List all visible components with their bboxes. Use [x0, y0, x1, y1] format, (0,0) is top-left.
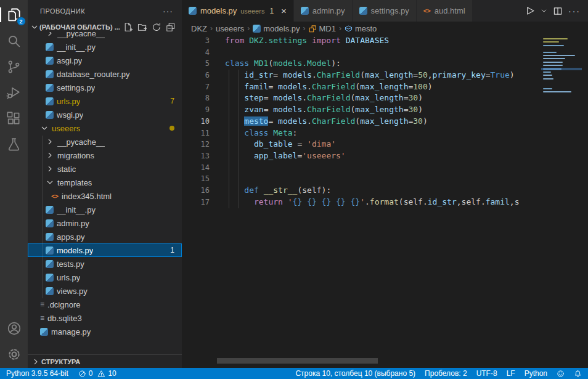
problems-badge: 1 — [170, 246, 174, 255]
split-editor-icon[interactable] — [553, 6, 563, 16]
tree-item-apps-py[interactable]: apps.py — [28, 230, 182, 243]
code-line-5[interactable]: 5class MD1(models.Model): — [182, 58, 541, 70]
source-control-icon[interactable] — [6, 58, 23, 75]
run-python-file-icon[interactable] — [525, 6, 535, 16]
status-feedback[interactable] — [557, 370, 565, 378]
tree-item--pycache-[interactable]: __pycache__ — [28, 32, 182, 40]
breadcrumb-dkz[interactable]: DKZ — [191, 24, 207, 33]
python-file-icon — [46, 219, 54, 227]
minimap[interactable] — [541, 38, 582, 174]
status-cursor-position[interactable]: Строка 10, столбец 10 (выбрано 5) — [295, 370, 415, 377]
chevron-right-icon — [46, 32, 54, 38]
tree-item-urls-py[interactable]: urls.py — [28, 271, 182, 284]
new-file-icon[interactable] — [123, 22, 133, 32]
tree-item-index345-html[interactable]: <>index345.html — [28, 189, 182, 203]
code-line-15[interactable]: 15 — [182, 173, 541, 185]
line-number: 6 — [182, 70, 210, 81]
line-number: 15 — [182, 173, 210, 185]
tree-item--pycache-[interactable]: __pycache__ — [28, 135, 182, 149]
tree-item-manage-py[interactable]: manage.py — [28, 325, 182, 338]
tab-admin-py[interactable]: admin.py — [294, 0, 352, 22]
outline-section-header[interactable]: СТРУКТУРА — [28, 354, 182, 368]
tree-item-views-py[interactable]: views.py — [28, 284, 182, 298]
code-line-12[interactable]: 12 db_table = 'dima' — [182, 139, 541, 150]
line-number: 13 — [182, 150, 210, 162]
tree-item--init-py[interactable]: __init__.py — [28, 40, 182, 54]
code-line-6[interactable]: 6 id_str= models.CharField(max_length=50… — [182, 70, 541, 81]
code-editor[interactable]: 3from DKZ.settings import DATABASES45cla… — [182, 35, 541, 358]
tree-item-static[interactable]: static — [28, 162, 182, 176]
tree-item-migrations[interactable]: migrations — [28, 149, 182, 162]
python-file-icon — [46, 206, 54, 214]
tab-aud-html[interactable]: <>aud.html — [417, 0, 472, 22]
line-number: 11 — [182, 128, 210, 139]
tree-item--dcignore[interactable]: ≡.dcignore — [28, 298, 182, 311]
python-file-icon — [46, 43, 54, 51]
code-line-16[interactable]: 16 def __str__(self): — [182, 185, 541, 197]
run-dropdown-chevron-icon[interactable] — [541, 7, 547, 14]
code-line-7[interactable]: 7 famil= models.CharField(max_length=100… — [182, 81, 541, 93]
status-notifications[interactable] — [574, 370, 582, 378]
testing-icon[interactable] — [6, 136, 23, 153]
status-language-mode[interactable]: Python — [525, 370, 547, 377]
breadcrumb-models.py[interactable]: models.py — [253, 24, 300, 33]
breadcrumb-useeers[interactable]: useeers — [216, 24, 244, 33]
tab-label: aud.html — [435, 6, 465, 15]
status-indentation[interactable]: Пробелов: 2 — [425, 370, 467, 377]
sidebar-title-row: ПРОВОДНИК ··· — [28, 0, 182, 22]
python-file-icon — [46, 274, 54, 282]
breadcrumb-md1[interactable]: MD1 — [309, 24, 336, 33]
tree-item-settings-py[interactable]: settings.py — [28, 81, 182, 94]
code-line-4[interactable]: 4 — [182, 47, 541, 59]
problems-badge: 7 — [170, 97, 174, 105]
explorer-icon[interactable]: 2 — [6, 6, 23, 23]
workspace-section-header[interactable]: (РАБОЧАЯ ОБЛАСТЬ) ... — [28, 22, 182, 32]
editor-indent-guide — [229, 70, 229, 208]
tab-settings-py[interactable]: settings.py — [353, 0, 416, 22]
status-python-interpreter[interactable]: Python 3.9.5 64-bit — [6, 370, 68, 377]
views-and-more-actions-button[interactable]: ··· — [163, 6, 173, 16]
code-line-10[interactable]: 10 mesto= models.CharField(max_length=30… — [182, 116, 541, 128]
smiley-icon — [557, 370, 565, 378]
tree-item--init-py[interactable]: __init__.py — [28, 203, 182, 216]
code-line-17[interactable]: 17 return '{} {} {} {} {}'.format(self.i… — [182, 197, 541, 208]
refresh-explorer-icon[interactable] — [152, 22, 161, 32]
chevron-down-icon — [30, 23, 39, 31]
html-file-icon: <> — [423, 7, 431, 14]
close-icon[interactable]: × — [281, 6, 287, 15]
code-line-11[interactable]: 11 class Meta: — [182, 128, 541, 139]
run-and-debug-icon[interactable] — [6, 84, 23, 101]
tab-models-py[interactable]: models.pyuseeers1× — [182, 0, 293, 22]
tree-item-tests-py[interactable]: tests.py — [28, 257, 182, 271]
tree-item-database-roouter-py[interactable]: database_roouter.py — [28, 67, 182, 81]
tree-item-wsgi-py[interactable]: wsgi.py — [28, 108, 182, 121]
status-encoding[interactable]: UTF-8 — [476, 370, 497, 377]
status-problems[interactable]: 010 — [78, 370, 116, 378]
extensions-icon[interactable] — [6, 110, 23, 127]
horizontal-scrollbar-thumb[interactable] — [217, 358, 378, 364]
breadcrumb-mesto[interactable]: mesto — [345, 24, 377, 33]
tree-item-useeers[interactable]: useeers — [28, 121, 182, 135]
line-number: 7 — [182, 81, 210, 93]
code-line-3[interactable]: 3from DKZ.settings import DATABASES — [182, 35, 541, 47]
tree-item-models-py[interactable]: models.py1 — [28, 243, 182, 257]
accounts-icon[interactable] — [6, 320, 23, 337]
tree-item-admin-py[interactable]: admin.py — [28, 216, 182, 230]
manage-settings-icon[interactable] — [6, 346, 23, 363]
code-line-13[interactable]: 13 app_label='useeers' — [182, 150, 541, 162]
symbol-field-icon — [345, 25, 353, 33]
code-line-9[interactable]: 9 zvan= models.CharField(max_length=30) — [182, 104, 541, 116]
code-line-14[interactable]: 14 — [182, 162, 541, 174]
tree-item-asgi-py[interactable]: asgi.py — [28, 54, 182, 67]
collapse-folders-icon[interactable] — [166, 22, 176, 32]
tree-item-db-sqlite3[interactable]: ≡db.sqlite3 — [28, 311, 182, 325]
status-eol[interactable]: LF — [507, 370, 515, 377]
tab-label: settings.py — [371, 6, 409, 15]
tree-item-urls-py[interactable]: urls.py7 — [28, 94, 182, 108]
python-file-icon — [46, 84, 54, 92]
code-line-8[interactable]: 8 step= models.CharField(max_length=30) — [182, 92, 541, 104]
search-icon[interactable] — [6, 32, 23, 49]
new-folder-icon[interactable] — [137, 22, 147, 32]
more-actions-icon[interactable]: ··· — [568, 6, 581, 16]
tree-item-templates[interactable]: templates — [28, 176, 182, 189]
